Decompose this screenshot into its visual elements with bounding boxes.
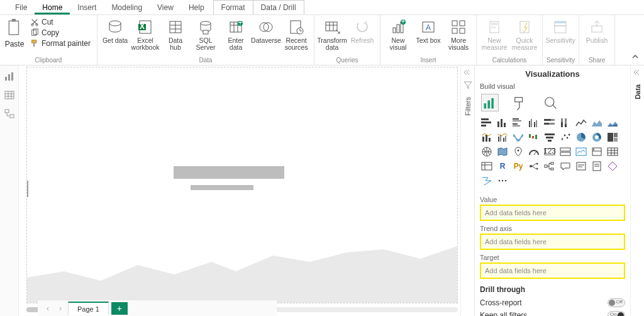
canvas-resize-handle[interactable] [26, 181, 28, 197]
waterfall-icon[interactable] [527, 131, 541, 144]
paste-button[interactable]: Paste [4, 17, 25, 50]
cross-report-toggle[interactable]: Off [608, 298, 625, 307]
more-visuals-icon[interactable] [496, 174, 509, 187]
kpi-icon[interactable] [574, 145, 588, 158]
line-clustered-column-icon[interactable] [496, 131, 509, 144]
value-field-well[interactable]: Add data fields here [480, 205, 625, 221]
card-icon[interactable]: 123 [543, 145, 557, 158]
more-visuals-button[interactable]: More visuals [445, 17, 472, 52]
line-stacked-column-icon[interactable] [480, 131, 494, 144]
format-painter-button[interactable]: Format painter [28, 38, 93, 48]
smart-narrative-icon[interactable] [574, 160, 588, 172]
build-visual-tab[interactable] [481, 94, 499, 111]
transform-data-button[interactable]: Transform data [318, 17, 346, 52]
stacked-area-icon[interactable] [606, 116, 619, 129]
svg-rect-112 [614, 138, 618, 142]
tab-view[interactable]: View [150, 1, 181, 14]
data-label: Data [634, 84, 641, 99]
funnel-icon[interactable] [543, 131, 557, 144]
analytics-tab[interactable] [541, 94, 559, 111]
report-canvas[interactable] [26, 67, 458, 303]
ribbon-tabs: File Home Insert Modeling View Help Form… [0, 0, 644, 15]
new-visual-button[interactable]: +New visual [384, 17, 412, 52]
data-pane-collapsed[interactable]: Data [630, 65, 644, 316]
filters-pane-collapsed[interactable]: Filters [460, 65, 474, 316]
multi-row-card-icon[interactable] [558, 145, 572, 158]
area-chart-icon[interactable] [590, 116, 604, 129]
svg-rect-80 [534, 122, 535, 127]
excel-workbook-button[interactable]: XExcel workbook [131, 17, 159, 52]
cut-button[interactable]: Cut [28, 17, 93, 27]
text-box-button[interactable]: AText box [414, 17, 442, 45]
slicer-icon[interactable] [590, 145, 604, 158]
donut-icon[interactable] [590, 131, 604, 144]
tab-file[interactable]: File [8, 1, 35, 14]
power-automate-icon[interactable] [480, 174, 494, 187]
svg-rect-95 [503, 138, 504, 142]
azure-map-icon[interactable] [511, 145, 525, 158]
map-icon[interactable] [480, 145, 494, 158]
hundred-stacked-column-icon[interactable] [558, 116, 572, 129]
paginated-report-icon[interactable] [590, 160, 604, 172]
tab-help[interactable]: Help [181, 1, 212, 14]
page-tab-1[interactable]: Page 1 [68, 302, 109, 315]
scatter-icon[interactable] [558, 131, 572, 144]
svg-point-24 [260, 23, 269, 31]
svg-rect-33 [397, 25, 399, 33]
trend-axis-field-well[interactable]: Add data fields here [480, 234, 625, 250]
stacked-column-icon[interactable] [496, 116, 509, 129]
hundred-stacked-bar-icon[interactable] [543, 116, 557, 129]
filled-map-icon[interactable] [496, 145, 509, 158]
power-apps-icon[interactable] [606, 160, 619, 172]
key-influencers-icon[interactable] [527, 160, 541, 172]
clustered-bar-icon[interactable] [511, 116, 525, 129]
expand-data-icon[interactable] [633, 68, 642, 77]
page-next-button[interactable]: › [55, 304, 65, 313]
publish-button[interactable]: Publish [583, 17, 611, 45]
tab-insert[interactable]: Insert [70, 1, 104, 14]
enter-data-button[interactable]: +Enter data [222, 17, 250, 52]
clustered-column-icon[interactable] [527, 116, 541, 129]
collapse-ribbon-button[interactable] [631, 53, 639, 62]
svg-rect-78 [529, 121, 530, 127]
dataverse-button[interactable]: Dataverse [252, 17, 280, 45]
line-chart-icon[interactable] [574, 116, 588, 129]
sensitivity-button[interactable]: Sensitivity [547, 17, 574, 45]
svg-line-137 [532, 164, 536, 166]
page-prev-button[interactable]: ‹ [43, 304, 53, 313]
quick-measure-button[interactable]: Quick measure [511, 17, 538, 52]
r-visual-icon[interactable]: R [496, 160, 509, 172]
keep-filters-toggle[interactable]: On [608, 311, 625, 316]
python-visual-icon[interactable]: Py [511, 160, 525, 172]
page-bar: ‹ › Page 1 + [38, 300, 277, 316]
tab-modeling[interactable]: Modeling [104, 1, 150, 14]
tab-home[interactable]: Home [35, 1, 70, 14]
gauge-icon[interactable] [527, 145, 541, 158]
svg-rect-1 [12, 19, 16, 21]
report-view-icon[interactable] [4, 71, 15, 82]
sql-server-button[interactable]: SQL Server [192, 17, 219, 52]
tab-format[interactable]: Format [213, 0, 253, 14]
get-data-button[interactable]: Get data [101, 17, 129, 45]
pie-icon[interactable] [574, 131, 588, 144]
model-view-icon[interactable] [4, 108, 15, 120]
data-hub-button[interactable]: Data hub [162, 17, 189, 52]
format-visual-tab[interactable] [511, 94, 529, 111]
decomposition-tree-icon[interactable] [543, 160, 557, 172]
tab-data-drill[interactable]: Data / Drill [253, 0, 304, 14]
treemap-icon[interactable] [606, 131, 619, 144]
copy-button[interactable]: Copy [28, 28, 93, 38]
recent-sources-button[interactable]: Recent sources [282, 17, 310, 52]
new-measure-button[interactable]: New measure [480, 17, 508, 52]
data-view-icon[interactable] [4, 89, 15, 101]
matrix-icon[interactable] [480, 160, 494, 172]
refresh-button[interactable]: Refresh [348, 17, 376, 45]
add-page-button[interactable]: + [111, 302, 128, 315]
qna-icon[interactable] [558, 160, 572, 172]
table-icon[interactable] [606, 145, 619, 158]
ribbon-chart-icon[interactable] [511, 131, 525, 144]
stacked-bar-icon[interactable] [480, 116, 494, 129]
target-field-well[interactable]: Add data fields here [480, 262, 625, 279]
expand-filters-icon[interactable] [464, 68, 472, 77]
svg-point-136 [536, 168, 538, 170]
